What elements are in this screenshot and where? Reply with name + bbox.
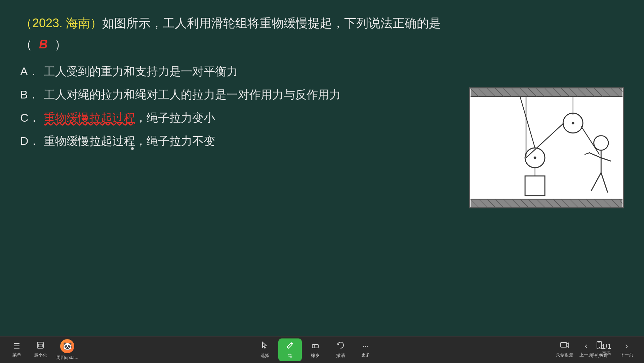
- svg-rect-22: [471, 199, 622, 207]
- option-a-text: 工人受到的重力和支持力是一对平衡力: [44, 63, 238, 80]
- select-tool-button[interactable]: 选择: [253, 338, 277, 361]
- option-c-text: 重物缓慢拉起过程，绳子拉力变小: [44, 109, 215, 126]
- page-number: 1/1: [602, 343, 611, 351]
- record-icon: [560, 341, 569, 351]
- eraser-icon: [311, 341, 319, 351]
- question-header: （2023. 海南）如图所示，工人利用滑轮组将重物缓慢提起，下列说法正确的是: [20, 13, 624, 33]
- prev-label: 上一页: [579, 352, 593, 358]
- avatar: 🐼: [60, 339, 74, 353]
- svg-rect-1: [471, 88, 622, 97]
- question-text: 如图所示，工人利用滑轮组将重物缓慢提起，下列说法正确的是: [102, 16, 441, 30]
- pen-icon: [286, 341, 294, 351]
- menu-icon: ☰: [13, 342, 20, 351]
- toolbar-left: ☰ 菜单 最小化 🐼 周四upda...: [0, 337, 87, 363]
- eraser-tool-button[interactable]: 橡皮: [304, 338, 327, 361]
- undo-button[interactable]: 撤消: [329, 338, 352, 361]
- year-region: （2023. 海南）: [20, 16, 102, 30]
- option-a: A． 工人受到的重力和支持力是一对平衡力: [20, 63, 624, 80]
- next-label: 下一页: [620, 352, 633, 358]
- next-icon: ›: [626, 341, 628, 351]
- undo-label: 撤消: [336, 353, 345, 359]
- option-d-label: D．: [20, 132, 44, 150]
- option-c-highlight: 重物缓慢拉起过程: [44, 111, 135, 124]
- option-b-label: B．: [20, 86, 44, 103]
- prev-page-button[interactable]: ‹ 上一页: [575, 338, 597, 361]
- answer-letter: B: [39, 37, 48, 51]
- svg-rect-65: [312, 345, 318, 348]
- more-label: 更多: [361, 352, 370, 358]
- user-label: 周四upda...: [56, 355, 78, 361]
- more-button[interactable]: ··· 更多: [354, 339, 377, 361]
- undo-icon: [336, 341, 345, 351]
- next-page-button[interactable]: › 下一页: [616, 338, 637, 361]
- bottom-toolbar: ☰ 菜单 最小化 🐼 周四upda... 选择: [0, 336, 644, 363]
- option-b-text: 工人对绳的拉力和绳对工人的拉力是一对作用力与反作用力: [44, 86, 341, 103]
- select-icon: [261, 341, 269, 351]
- record-label: 录制敌意: [556, 352, 573, 358]
- select-label: 选择: [260, 353, 269, 359]
- svg-point-45: [572, 122, 574, 124]
- svg-rect-0: [471, 88, 622, 207]
- page-info: 1/1 页码: [602, 343, 611, 357]
- prev-icon: ‹: [585, 341, 588, 351]
- option-c-label: C．: [20, 109, 44, 126]
- pulley-diagram: [469, 87, 624, 208]
- menu-label: 菜单: [12, 352, 21, 358]
- toolbar-center: 选择 笔 橡皮: [87, 338, 543, 361]
- menu-button[interactable]: ☰ 菜单: [7, 340, 27, 360]
- minimize-icon: [37, 341, 44, 351]
- eraser-label: 橡皮: [311, 353, 320, 359]
- user-avatar-button[interactable]: 🐼 周四upda...: [54, 337, 81, 363]
- option-d-text: 重物缓慢拉起过程，绳子拉力不变: [44, 132, 215, 150]
- more-icon: ···: [363, 342, 369, 351]
- page-sub-label: 页码: [602, 351, 611, 357]
- svg-rect-63: [38, 344, 42, 347]
- answer-line: （ B ）: [20, 36, 624, 53]
- record-button[interactable]: 录制敌意: [550, 339, 579, 361]
- pen-tool-button[interactable]: 笔: [278, 338, 302, 361]
- page-navigation: ‹ 上一页 1/1 页码 › 下一页: [575, 336, 637, 363]
- minimize-label: 最小化: [34, 352, 47, 358]
- option-a-label: A．: [20, 63, 44, 80]
- svg-rect-67: [561, 342, 567, 347]
- minimize-button[interactable]: 最小化: [30, 339, 50, 360]
- svg-point-47: [534, 157, 536, 159]
- pen-label: 笔: [288, 353, 292, 359]
